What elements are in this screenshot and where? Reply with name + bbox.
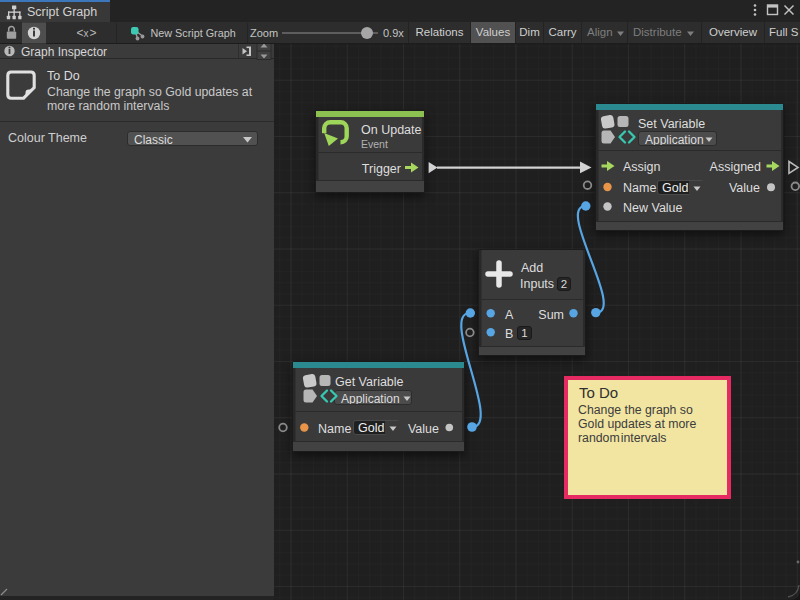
svg-text:x: x (84, 28, 89, 39)
svg-text:<: < (77, 26, 84, 40)
svg-text:>: > (90, 26, 97, 40)
